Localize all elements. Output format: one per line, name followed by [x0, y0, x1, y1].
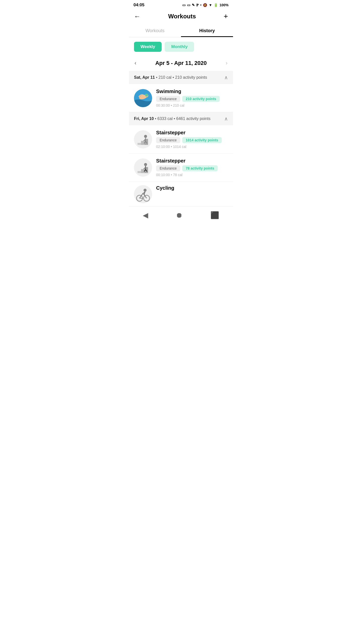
sim2-icon: ▭ — [187, 3, 190, 7]
swimming-name: Swimming — [156, 89, 228, 94]
stairstepper2-points: 78 activity points — [182, 165, 218, 171]
nav-square-icon[interactable]: ⬛ — [210, 211, 219, 219]
day-name-sat: Sat, Apr 11 — [134, 75, 155, 79]
next-date-button[interactable]: › — [226, 60, 228, 66]
stairstepper2-name: Stairstepper — [156, 158, 228, 164]
filter-monthly[interactable]: Monthly — [165, 42, 194, 52]
stairstepper1-type: Endurance — [156, 137, 180, 143]
stairstepper1-points: 1014 activity points — [182, 137, 222, 143]
nav-back-icon[interactable]: ◀ — [143, 211, 148, 219]
cycling-avatar — [134, 185, 152, 203]
stairstepper2-type: Endurance — [156, 165, 180, 171]
add-button[interactable]: + — [223, 12, 228, 21]
back-button[interactable]: ← — [134, 13, 141, 20]
wifi-icon: ▼ — [209, 3, 212, 7]
status-time: 04:05 — [133, 3, 144, 8]
filter-weekly[interactable]: Weekly — [134, 42, 162, 52]
svg-point-29 — [144, 189, 147, 192]
swimming-tags: Endurance 210 activity points — [156, 96, 228, 102]
day-points-sat: 210 activity points — [175, 75, 207, 79]
svg-point-8 — [144, 135, 147, 138]
filter-bar: Weekly Monthly — [129, 37, 233, 56]
stairstepper1-name: Stairstepper — [156, 130, 228, 136]
day-header-fri-apr-10: Fri, Apr 10 • 6333 cal • 6461 activity p… — [129, 112, 233, 125]
workout-cycling: Cycling — [129, 182, 233, 204]
stairstepper1-avatar — [134, 130, 152, 148]
stairstepper2-info: Stairstepper Endurance 78 activity point… — [156, 158, 228, 177]
swimming-info: Swimming Endurance 210 activity points 0… — [156, 89, 228, 107]
day-name-fri: Fri, Apr 10 — [134, 116, 154, 121]
expand-fri[interactable]: ∧ — [224, 116, 228, 122]
workout-stairstepper-1: Stairstepper Endurance 1014 activity poi… — [129, 125, 233, 153]
nav-home-icon[interactable]: ⏺ — [176, 211, 183, 219]
edit-icon: ✎ — [192, 3, 195, 7]
dot-icon: • — [200, 3, 201, 7]
tab-workouts[interactable]: Workouts — [129, 25, 181, 37]
day-points-fri: 6461 activity points — [176, 116, 210, 121]
bottom-nav: ◀ ⏺ ⬛ — [129, 206, 233, 225]
day-calories-fri: 6333 cal — [157, 116, 173, 121]
swimming-type: Endurance — [156, 96, 180, 102]
prev-date-button[interactable]: ‹ — [134, 60, 136, 66]
workout-swimming: Swimming Endurance 210 activity points 0… — [129, 84, 233, 112]
status-icons: ▭ ▭ ✎ 𝐏 • 🔕 ▼ 🔋 100% — [182, 3, 229, 7]
stairstepper1-info: Stairstepper Endurance 1014 activity poi… — [156, 130, 228, 149]
battery-percent: 100% — [219, 3, 229, 7]
stairstepper2-avatar — [134, 158, 152, 177]
stairstepper2-meta: 00:10:00 • 78 cal — [156, 173, 228, 177]
svg-point-4 — [134, 130, 152, 148]
top-nav: ← Workouts + — [129, 9, 233, 25]
day-calories-sat: 210 cal — [159, 75, 172, 79]
svg-point-17 — [144, 163, 147, 166]
tab-bar: Workouts History — [129, 25, 233, 37]
stairstepper1-tags: Endurance 1014 activity points — [156, 137, 228, 143]
swimming-avatar — [134, 89, 152, 107]
cycling-name: Cycling — [156, 185, 228, 191]
workout-stairstepper-2: Stairstepper Endurance 78 activity point… — [129, 153, 233, 182]
parking-icon: 𝐏 — [196, 3, 199, 7]
stairstepper1-meta: 02:10:00 • 1014 cal — [156, 145, 228, 149]
svg-rect-5 — [138, 143, 141, 145]
swimming-points: 210 activity points — [182, 96, 220, 102]
battery-icon: 🔋 — [214, 3, 218, 7]
day-header-sat-apr-11: Sat, Apr 11 • 210 cal • 210 activity poi… — [129, 71, 233, 84]
tab-history[interactable]: History — [181, 25, 233, 37]
svg-point-3 — [145, 94, 148, 97]
svg-rect-14 — [138, 171, 141, 173]
swimming-meta: 00:30:00 • 210 cal — [156, 103, 228, 107]
svg-point-22 — [134, 185, 152, 203]
cycling-info: Cycling — [156, 185, 228, 192]
status-bar: 04:05 ▭ ▭ ✎ 𝐏 • 🔕 ▼ 🔋 100% — [129, 0, 233, 9]
date-nav: ‹ Apr 5 - Apr 11, 2020 › — [129, 56, 233, 71]
date-range-label: Apr 5 - Apr 11, 2020 — [155, 60, 207, 66]
expand-sat[interactable]: ∧ — [224, 74, 228, 80]
stairstepper2-tags: Endurance 78 activity points — [156, 165, 228, 171]
page-title: Workouts — [168, 13, 196, 20]
sim1-icon: ▭ — [182, 3, 186, 7]
svg-point-13 — [134, 158, 152, 177]
mute-icon: 🔕 — [203, 3, 207, 7]
